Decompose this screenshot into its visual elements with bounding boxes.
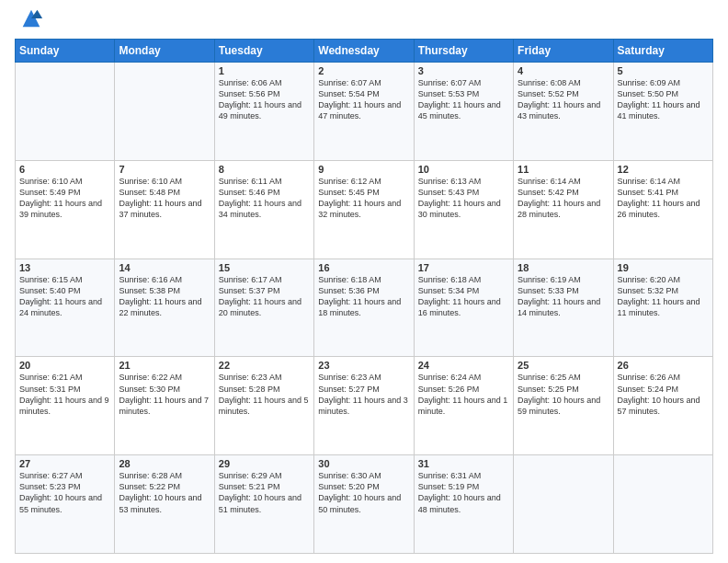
week-row-4: 20Sunrise: 6:21 AM Sunset: 5:31 PM Dayli… (16, 357, 713, 455)
day-number: 15 (219, 262, 310, 273)
cell-data: Sunrise: 6:31 AM Sunset: 5:19 PM Dayligh… (418, 470, 509, 515)
week-row-5: 27Sunrise: 6:27 AM Sunset: 5:23 PM Dayli… (16, 455, 713, 554)
cell-data: Sunrise: 6:06 AM Sunset: 5:56 PM Dayligh… (219, 77, 310, 122)
day-number: 4 (518, 65, 609, 76)
calendar-cell: 5Sunrise: 6:09 AM Sunset: 5:50 PM Daylig… (613, 63, 712, 161)
calendar-cell: 30Sunrise: 6:30 AM Sunset: 5:20 PM Dayli… (314, 455, 414, 554)
cell-data: Sunrise: 6:15 AM Sunset: 5:40 PM Dayligh… (19, 274, 110, 319)
calendar-cell (16, 63, 115, 161)
calendar-cell: 20Sunrise: 6:21 AM Sunset: 5:31 PM Dayli… (16, 357, 115, 455)
page: SundayMondayTuesdayWednesdayThursdayFrid… (0, 0, 728, 563)
day-header-friday: Friday (514, 40, 613, 63)
calendar-cell: 18Sunrise: 6:19 AM Sunset: 5:33 PM Dayli… (514, 259, 613, 357)
calendar-cell: 29Sunrise: 6:29 AM Sunset: 5:21 PM Dayli… (214, 455, 313, 554)
calendar-cell: 19Sunrise: 6:20 AM Sunset: 5:32 PM Dayli… (613, 259, 712, 357)
cell-data: Sunrise: 6:07 AM Sunset: 5:53 PM Dayligh… (418, 77, 509, 122)
day-number: 27 (19, 458, 110, 469)
calendar-cell: 8Sunrise: 6:11 AM Sunset: 5:46 PM Daylig… (214, 160, 313, 259)
header (15, 11, 713, 31)
cell-data: Sunrise: 6:12 AM Sunset: 5:45 PM Dayligh… (318, 176, 409, 221)
day-number: 11 (518, 164, 609, 175)
cell-data: Sunrise: 6:07 AM Sunset: 5:54 PM Dayligh… (318, 77, 409, 122)
week-row-3: 13Sunrise: 6:15 AM Sunset: 5:40 PM Dayli… (16, 259, 713, 357)
day-header-monday: Monday (115, 40, 214, 63)
cell-data: Sunrise: 6:14 AM Sunset: 5:42 PM Dayligh… (518, 176, 609, 221)
day-number: 30 (318, 458, 409, 469)
calendar-cell: 26Sunrise: 6:26 AM Sunset: 5:24 PM Dayli… (613, 357, 712, 455)
cell-data: Sunrise: 6:25 AM Sunset: 5:25 PM Dayligh… (518, 372, 609, 417)
cell-data: Sunrise: 6:24 AM Sunset: 5:26 PM Dayligh… (418, 372, 509, 417)
day-number: 3 (418, 65, 509, 76)
calendar-cell: 21Sunrise: 6:22 AM Sunset: 5:30 PM Dayli… (115, 357, 214, 455)
day-number: 13 (19, 262, 110, 273)
day-number: 21 (119, 360, 210, 371)
day-header-tuesday: Tuesday (214, 40, 313, 63)
week-row-2: 6Sunrise: 6:10 AM Sunset: 5:49 PM Daylig… (16, 160, 713, 259)
cell-data: Sunrise: 6:20 AM Sunset: 5:32 PM Dayligh… (618, 274, 709, 319)
cell-data: Sunrise: 6:09 AM Sunset: 5:50 PM Dayligh… (618, 77, 709, 122)
calendar-cell: 12Sunrise: 6:14 AM Sunset: 5:41 PM Dayli… (613, 160, 712, 259)
day-number: 17 (418, 262, 509, 273)
cell-data: Sunrise: 6:22 AM Sunset: 5:30 PM Dayligh… (119, 372, 210, 417)
calendar-cell: 22Sunrise: 6:23 AM Sunset: 5:28 PM Dayli… (214, 357, 313, 455)
calendar-cell: 25Sunrise: 6:25 AM Sunset: 5:25 PM Dayli… (514, 357, 613, 455)
day-number: 8 (219, 164, 310, 175)
calendar-cell: 11Sunrise: 6:14 AM Sunset: 5:42 PM Dayli… (514, 160, 613, 259)
calendar-cell: 14Sunrise: 6:16 AM Sunset: 5:38 PM Dayli… (115, 259, 214, 357)
calendar-cell: 13Sunrise: 6:15 AM Sunset: 5:40 PM Dayli… (16, 259, 115, 357)
day-number: 24 (418, 360, 509, 371)
day-number: 14 (119, 262, 210, 273)
cell-data: Sunrise: 6:08 AM Sunset: 5:52 PM Dayligh… (518, 77, 609, 122)
calendar-cell: 3Sunrise: 6:07 AM Sunset: 5:53 PM Daylig… (414, 63, 513, 161)
cell-data: Sunrise: 6:16 AM Sunset: 5:38 PM Dayligh… (119, 274, 210, 319)
day-number: 16 (318, 262, 409, 273)
cell-data: Sunrise: 6:26 AM Sunset: 5:24 PM Dayligh… (618, 372, 709, 417)
day-number: 28 (119, 458, 210, 469)
calendar-cell: 6Sunrise: 6:10 AM Sunset: 5:49 PM Daylig… (16, 160, 115, 259)
calendar-cell: 4Sunrise: 6:08 AM Sunset: 5:52 PM Daylig… (514, 63, 613, 161)
day-header-thursday: Thursday (414, 40, 513, 63)
calendar-cell: 28Sunrise: 6:28 AM Sunset: 5:22 PM Dayli… (115, 455, 214, 554)
calendar-cell: 31Sunrise: 6:31 AM Sunset: 5:19 PM Dayli… (414, 455, 513, 554)
day-header-wednesday: Wednesday (314, 40, 414, 63)
logo (15, 11, 44, 31)
calendar-body: 1Sunrise: 6:06 AM Sunset: 5:56 PM Daylig… (16, 63, 713, 554)
calendar-cell: 10Sunrise: 6:13 AM Sunset: 5:43 PM Dayli… (414, 160, 513, 259)
calendar-cell: 9Sunrise: 6:12 AM Sunset: 5:45 PM Daylig… (314, 160, 414, 259)
cell-data: Sunrise: 6:23 AM Sunset: 5:28 PM Dayligh… (219, 372, 310, 417)
cell-data: Sunrise: 6:21 AM Sunset: 5:31 PM Dayligh… (19, 372, 110, 417)
cell-data: Sunrise: 6:18 AM Sunset: 5:36 PM Dayligh… (318, 274, 409, 319)
cell-data: Sunrise: 6:10 AM Sunset: 5:49 PM Dayligh… (19, 176, 110, 221)
day-number: 23 (318, 360, 409, 371)
cell-data: Sunrise: 6:10 AM Sunset: 5:48 PM Dayligh… (119, 176, 210, 221)
day-number: 1 (219, 65, 310, 76)
calendar-table: SundayMondayTuesdayWednesdayThursdayFrid… (15, 39, 713, 554)
logo-icon (18, 6, 44, 31)
cell-data: Sunrise: 6:11 AM Sunset: 5:46 PM Dayligh… (219, 176, 310, 221)
calendar-cell (115, 63, 214, 161)
cell-data: Sunrise: 6:19 AM Sunset: 5:33 PM Dayligh… (518, 274, 609, 319)
day-number: 25 (518, 360, 609, 371)
calendar-cell (613, 455, 712, 554)
calendar-cell: 2Sunrise: 6:07 AM Sunset: 5:54 PM Daylig… (314, 63, 414, 161)
calendar-cell: 17Sunrise: 6:18 AM Sunset: 5:34 PM Dayli… (414, 259, 513, 357)
cell-data: Sunrise: 6:23 AM Sunset: 5:27 PM Dayligh… (318, 372, 409, 417)
cell-data: Sunrise: 6:30 AM Sunset: 5:20 PM Dayligh… (318, 470, 409, 515)
cell-data: Sunrise: 6:13 AM Sunset: 5:43 PM Dayligh… (418, 176, 509, 221)
calendar-cell: 7Sunrise: 6:10 AM Sunset: 5:48 PM Daylig… (115, 160, 214, 259)
day-number: 10 (418, 164, 509, 175)
day-number: 26 (618, 360, 709, 371)
calendar-cell: 16Sunrise: 6:18 AM Sunset: 5:36 PM Dayli… (314, 259, 414, 357)
calendar-cell: 1Sunrise: 6:06 AM Sunset: 5:56 PM Daylig… (214, 63, 313, 161)
cell-data: Sunrise: 6:18 AM Sunset: 5:34 PM Dayligh… (418, 274, 509, 319)
days-header-row: SundayMondayTuesdayWednesdayThursdayFrid… (16, 40, 713, 63)
day-header-saturday: Saturday (613, 40, 712, 63)
cell-data: Sunrise: 6:27 AM Sunset: 5:23 PM Dayligh… (19, 470, 110, 515)
calendar-cell: 27Sunrise: 6:27 AM Sunset: 5:23 PM Dayli… (16, 455, 115, 554)
cell-data: Sunrise: 6:28 AM Sunset: 5:22 PM Dayligh… (119, 470, 210, 515)
day-number: 22 (219, 360, 310, 371)
cell-data: Sunrise: 6:17 AM Sunset: 5:37 PM Dayligh… (219, 274, 310, 319)
day-number: 19 (618, 262, 709, 273)
day-number: 12 (618, 164, 709, 175)
calendar-cell: 24Sunrise: 6:24 AM Sunset: 5:26 PM Dayli… (414, 357, 513, 455)
